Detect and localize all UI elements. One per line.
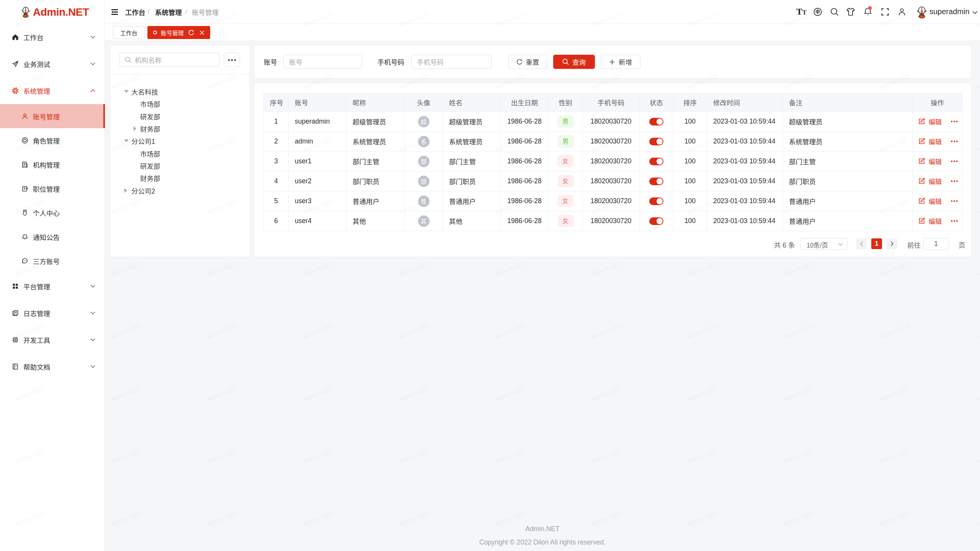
svg-text:Admin.NET: Admin.NET	[110, 448, 142, 465]
svg-text:Admin.NET: Admin.NET	[879, 510, 910, 527]
svg-text:Admin.NET: Admin.NET	[590, 261, 622, 277]
svg-text:Admin.NET: Admin.NET	[302, 323, 334, 340]
svg-text:Admin.NET: Admin.NET	[686, 448, 718, 465]
svg-text:Admin.NET: Admin.NET	[590, 448, 622, 465]
svg-text:Admin.NET: Admin.NET	[398, 323, 430, 340]
svg-text:Admin.NET: Admin.NET	[975, 323, 980, 340]
svg-text:Admin.NET: Admin.NET	[782, 510, 814, 527]
svg-text:Admin.NET: Admin.NET	[302, 510, 334, 527]
svg-text:Admin.NET: Admin.NET	[879, 385, 910, 402]
svg-text:Admin.NET: Admin.NET	[494, 261, 526, 277]
svg-text:Admin.NET: Admin.NET	[302, 261, 334, 277]
svg-text:Admin.NET: Admin.NET	[686, 510, 718, 527]
svg-text:Admin.NET: Admin.NET	[590, 385, 622, 402]
svg-text:Admin.NET: Admin.NET	[494, 385, 526, 402]
svg-text:Admin.NET: Admin.NET	[398, 385, 430, 402]
svg-text:Admin.NET: Admin.NET	[975, 510, 980, 527]
svg-text:Admin.NET: Admin.NET	[782, 448, 814, 465]
svg-text:Admin.NET: Admin.NET	[590, 323, 622, 340]
svg-text:Admin.NET: Admin.NET	[782, 385, 814, 402]
svg-text:Admin.NET: Admin.NET	[494, 448, 526, 465]
svg-text:Admin.NET: Admin.NET	[782, 323, 814, 340]
svg-text:Admin.NET: Admin.NET	[494, 323, 526, 340]
svg-text:Admin.NET: Admin.NET	[110, 261, 142, 277]
svg-text:Admin.NET: Admin.NET	[110, 510, 142, 527]
svg-text:Admin.NET: Admin.NET	[302, 385, 334, 402]
svg-text:Admin.NET: Admin.NET	[110, 323, 142, 340]
svg-text:Admin.NET: Admin.NET	[110, 385, 142, 402]
svg-text:Admin.NET: Admin.NET	[494, 510, 526, 527]
svg-text:Admin.NET: Admin.NET	[975, 198, 980, 215]
svg-text:Admin.NET: Admin.NET	[879, 448, 910, 465]
svg-text:Admin.NET: Admin.NET	[782, 261, 814, 277]
svg-text:Admin.NET: Admin.NET	[206, 261, 238, 277]
svg-text:Admin.NET: Admin.NET	[975, 136, 980, 153]
svg-text:Admin.NET: Admin.NET	[686, 261, 718, 277]
svg-text:Admin.NET: Admin.NET	[206, 323, 238, 340]
svg-text:Admin.NET: Admin.NET	[686, 323, 718, 340]
svg-text:Admin.NET: Admin.NET	[302, 448, 334, 465]
svg-text:Admin.NET: Admin.NET	[206, 385, 238, 402]
svg-text:Admin.NET: Admin.NET	[206, 448, 238, 465]
svg-text:Admin.NET: Admin.NET	[398, 448, 430, 465]
svg-text:Admin.NET: Admin.NET	[975, 448, 980, 465]
svg-text:Admin.NET: Admin.NET	[398, 510, 430, 527]
svg-text:Admin.NET: Admin.NET	[686, 385, 718, 402]
svg-text:Admin.NET: Admin.NET	[975, 385, 980, 402]
svg-text:Admin.NET: Admin.NET	[975, 73, 980, 90]
svg-text:Admin.NET: Admin.NET	[206, 510, 238, 527]
svg-text:Admin.NET: Admin.NET	[975, 261, 980, 277]
svg-text:Admin.NET: Admin.NET	[879, 323, 910, 340]
svg-text:Admin.NET: Admin.NET	[879, 261, 910, 277]
svg-text:Admin.NET: Admin.NET	[398, 261, 430, 277]
svg-text:Admin.NET: Admin.NET	[590, 510, 622, 527]
